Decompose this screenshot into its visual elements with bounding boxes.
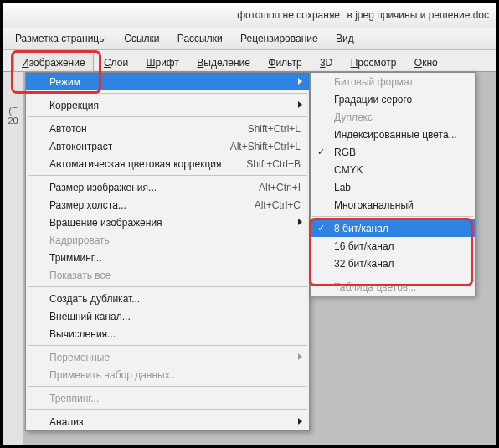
menu-separator: [28, 286, 307, 287]
submenu-item-grayscale[interactable]: Градации серого: [311, 90, 475, 108]
menu-item-mode[interactable]: Режим: [26, 73, 309, 90]
submenu-item-rgb[interactable]: ✓RGB: [311, 143, 475, 161]
menu-separator: [28, 345, 307, 346]
window-titlebar: фотошоп не сохраняет в jpeg причины и ре…: [3, 3, 496, 28]
menu-item-apply-dataset: Применить набор данных...: [26, 366, 309, 384]
menu-item-rotate[interactable]: Вращение изображения: [26, 214, 309, 231]
ribbon-tabs: Разметка страницы Ссылки Рассылки Реценз…: [3, 28, 496, 50]
menu-layers[interactable]: Слои: [96, 54, 136, 71]
side-ruler: (F 20: [3, 72, 23, 445]
menu-item-calculations[interactable]: Вычисления...: [26, 325, 309, 342]
submenu-arrow-icon: [298, 78, 302, 85]
menu-item-image-size[interactable]: Размер изображения...Alt+Ctrl+I: [26, 178, 309, 196]
ribbon-tab[interactable]: Разметка страницы: [15, 33, 106, 44]
photoshop-menubar: Изображение Слои Шрифт Выделение Фильтр …: [3, 50, 496, 72]
submenu-item-32bit[interactable]: 32 бит/канал: [311, 255, 475, 272]
document-title: фотошоп не сохраняет в jpeg причины и ре…: [237, 9, 489, 21]
submenu-arrow-icon: [298, 418, 302, 425]
submenu-item-colortable: Таблица цветов...: [311, 278, 475, 296]
ribbon-tab[interactable]: Рассылки: [177, 33, 223, 44]
menu-separator: [312, 216, 473, 217]
menu-item-apply-image[interactable]: Внешний канал...: [26, 307, 309, 325]
menu-item-variables: Переменные: [26, 348, 309, 366]
menu-separator: [312, 275, 473, 275]
mode-submenu: Битовый формат Градации серого Дуплекс И…: [310, 72, 476, 296]
menu-separator: [28, 93, 307, 94]
checkmark-icon: ✓: [317, 223, 325, 234]
submenu-item-16bit[interactable]: 16 бит/канал: [311, 237, 475, 255]
menu-window[interactable]: Окно: [407, 54, 445, 71]
menu-font[interactable]: Шрифт: [138, 54, 186, 71]
menu-item-duplicate[interactable]: Создать дубликат...: [26, 290, 309, 307]
submenu-arrow-icon: [298, 101, 302, 108]
ribbon-tab[interactable]: Рецензирование: [240, 33, 318, 44]
submenu-item-lab[interactable]: Lab: [311, 178, 475, 196]
submenu-item-duotone: Дуплекс: [311, 108, 475, 126]
menu-select[interactable]: Выделение: [189, 54, 258, 71]
menu-separator: [28, 386, 307, 387]
menu-item-crop: Кадрировать: [26, 231, 309, 249]
menu-separator: [28, 175, 307, 176]
ribbon-tab[interactable]: Ссылки: [124, 33, 159, 44]
menu-item-adjustments[interactable]: Коррекция: [26, 96, 309, 114]
menu-item-trim[interactable]: Тримминг...: [26, 249, 309, 266]
menu-separator: [28, 409, 307, 410]
submenu-arrow-icon: [298, 219, 302, 225]
submenu-arrow-icon: [298, 353, 302, 360]
menu-item-autotone[interactable]: АвтотонShift+Ctrl+L: [26, 120, 309, 137]
submenu-item-multichannel[interactable]: Многоканальный: [311, 196, 475, 214]
menu-image[interactable]: Изображение: [13, 54, 94, 72]
menu-item-analysis[interactable]: Анализ: [26, 413, 309, 430]
menu-view[interactable]: Просмотр: [343, 54, 404, 71]
menu-3d[interactable]: 3D: [312, 54, 340, 71]
image-dropdown: Режим Коррекция АвтотонShift+Ctrl+L Авто…: [25, 72, 310, 431]
menu-item-reveal-all: Показать все: [26, 266, 309, 284]
menu-filter[interactable]: Фильтр: [260, 54, 309, 71]
menu-item-autocontrast[interactable]: АвтоконтрастAlt+Shift+Ctrl+L: [26, 137, 309, 155]
menu-item-canvas-size[interactable]: Размер холста...Alt+Ctrl+C: [26, 196, 309, 214]
ribbon-tab[interactable]: Вид: [336, 33, 354, 44]
submenu-item-cmyk[interactable]: CMYK: [311, 161, 475, 178]
submenu-item-bitmap: Битовый формат: [311, 73, 475, 90]
menu-separator: [28, 116, 307, 117]
menu-item-autocolor[interactable]: Автоматическая цветовая коррекцияShift+C…: [26, 155, 309, 173]
menu-item-trap: Треппинг...: [26, 389, 309, 407]
submenu-item-indexed[interactable]: Индексированные цвета...: [311, 126, 475, 143]
submenu-item-8bit[interactable]: ✓8 бит/канал: [311, 219, 475, 237]
checkmark-icon: ✓: [317, 147, 325, 157]
